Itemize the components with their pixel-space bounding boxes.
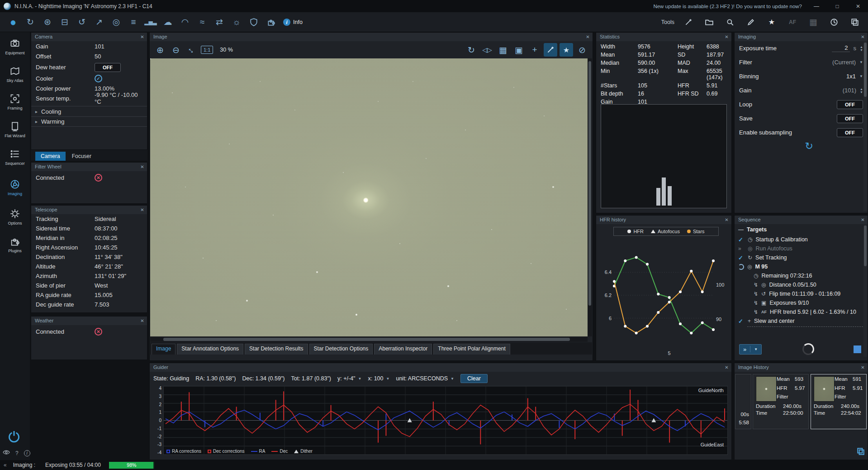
sidebar-item-imaging[interactable]: Imaging [0,176,30,199]
tab-star-detection-options[interactable]: Star Detection Options [309,344,373,355]
close-icon[interactable]: ✕ [139,34,146,40]
tab-focuser[interactable]: Focuser [66,152,97,161]
one-to-one-zoom-button[interactable]: 1:1 [201,46,213,54]
sequence-item-set-tracking[interactable]: ✓ ↻ Set Tracking [735,253,868,262]
x-scale-dropdown[interactable]: x: 100▼ [368,375,389,382]
sequence-item-m95[interactable]: ◎ M 95 [735,262,868,271]
save-toggle[interactable]: OFF [837,114,863,123]
layout-layers-icon[interactable] [848,15,862,29]
tab-camera[interactable]: Camera [35,152,66,161]
no-annotation-icon[interactable]: ⊘ [575,43,589,57]
exposure-time-input[interactable]: 2 [832,44,850,52]
close-icon[interactable]: ✕ [139,163,146,170]
telescope-slew-icon[interactable]: ↗ [92,15,106,29]
sidebar-item-framing[interactable]: Framing [0,91,30,113]
rotate-image-icon[interactable]: ↻ [465,43,478,57]
close-icon[interactable]: ✕ [852,3,864,10]
info-button[interactable]: i Info [283,19,303,26]
about-info-icon[interactable]: i [24,450,30,456]
pencil-icon[interactable] [744,15,758,29]
gain-stepper[interactable]: ▲▼ [860,87,863,94]
history-thumbnail[interactable] [756,376,777,402]
search-icon[interactable] [723,15,737,29]
list-panel-icon[interactable]: ≡ [127,15,140,29]
dew-heater-toggle[interactable]: OFF [95,63,121,72]
maximize-icon[interactable]: □ [831,3,844,10]
update-notice-link[interactable]: New update is available (2.3 HF2 )! Do y… [653,4,802,9]
sync-icon[interactable]: ↻ [24,15,37,29]
show-grid-icon[interactable]: ▦ [496,43,510,57]
chart-panel-icon[interactable]: ≈ [195,15,209,29]
start-capture-icon[interactable]: ↻ [805,140,813,152]
close-icon[interactable]: ✕ [859,216,866,223]
sequence-scrollbar[interactable] [863,225,867,357]
fit-to-screen-icon[interactable]: ↔ [182,40,201,59]
flat-light-icon[interactable]: ☼ [230,15,243,29]
folder-icon[interactable] [702,15,716,29]
histogram-panel-icon[interactable]: ▂▅▃ [144,15,157,29]
sidebar-item-sequencer[interactable]: Sequencer [0,146,30,168]
close-icon[interactable]: ✕ [723,364,730,371]
subsampling-toggle[interactable]: OFF [837,128,863,137]
gain-input[interactable]: (101) [843,87,856,94]
power-icon[interactable] [7,430,22,444]
zoom-out-icon[interactable]: ⊖ [169,43,183,57]
cloud-weather-icon[interactable]: ☁ [161,15,175,29]
image-vertical-scrollbar[interactable] [588,58,592,336]
targets-expander[interactable]: — Targets [735,224,868,235]
sequence-item-slew-and-center[interactable]: ✓ + Slew and center [735,317,868,326]
zoom-in-icon[interactable]: ⊕ [153,43,167,57]
y-scale-dropdown[interactable]: y: +/-4"▼ [337,375,361,382]
switch-panel-icon[interactable]: ⇄ [213,15,226,29]
sidebar-item-flat-wizard[interactable]: Flat Wizard [0,118,30,141]
safety-shield-icon[interactable] [247,15,261,29]
history-item[interactable]: Mean 593 HFR 5.97 Filter Duration 240.00… [753,374,809,429]
clear-button[interactable]: Clear [460,374,488,383]
auto-stretch-wand-icon[interactable] [544,43,557,57]
filter-dropdown[interactable]: (Current) ▼ [832,59,863,66]
close-icon[interactable]: ✕ [139,317,146,324]
close-icon[interactable]: ✕ [139,206,146,213]
flip-image-icon[interactable]: ◁▷ [480,43,494,57]
close-icon[interactable]: ✕ [859,364,866,371]
sequence-item-run-autofocus[interactable]: » ◎ Run Autofocus [735,244,868,253]
collapse-statusbar-icon[interactable]: « [4,462,7,468]
sidebar-item-options[interactable]: Options [0,206,30,228]
reload-icon[interactable]: ↺ [75,15,89,29]
tab-aberration-inspector[interactable]: Aberration Inspector [374,344,432,355]
close-icon[interactable]: ✕ [584,34,591,40]
star-detection-icon[interactable]: ★ [560,43,573,57]
history-thumbnail[interactable] [814,376,835,402]
exposure-stepper[interactable]: ▲▼ [860,45,863,52]
history-clock-icon[interactable] [827,15,841,29]
star-favorites-icon[interactable]: ★ [765,15,778,29]
connect-all-icon[interactable]: ● [6,15,20,29]
close-icon[interactable]: ✕ [723,34,730,40]
unit-dropdown[interactable]: unit: ARCSECONDS▼ [396,375,454,382]
history-stack-icon[interactable] [857,447,865,457]
close-icon[interactable]: ✕ [859,34,866,40]
target-icon[interactable]: ◎ [109,15,123,29]
plugin-puzzle-icon[interactable] [264,15,278,29]
wand-icon[interactable] [682,15,695,29]
skip-to-end-button[interactable]: » ▼ [739,344,762,355]
sidebar-item-equipment[interactable]: Equipment [0,35,30,58]
tab-three-point-polar-alignment[interactable]: Three Point Polar Alignment [433,344,510,355]
loop-toggle[interactable]: OFF [837,100,863,109]
binning-dropdown[interactable]: 1x1 ▼ [846,73,863,80]
warming-expander[interactable]: ▸ Warming [31,116,147,127]
tab-image[interactable]: Image [152,344,175,355]
eye-icon[interactable] [3,450,10,456]
image-horizontal-scrollbar[interactable] [150,337,588,342]
globe-settings-icon[interactable]: ⊛ [41,15,54,29]
pixel-peek-icon[interactable]: ▣ [512,43,526,57]
minimize-icon[interactable]: — [810,3,823,10]
tab-star-detection-results[interactable]: Star Detection Results [245,344,308,355]
cooling-expander[interactable]: ▸ Cooling [31,106,147,116]
dome-icon[interactable]: ◠ [178,15,192,29]
close-icon[interactable]: ✕ [723,216,730,223]
panel-minimize-icon[interactable]: ⊟ [58,15,71,29]
sidebar-item-plugins[interactable]: Plugins [0,233,30,256]
stop-sequence-button[interactable] [854,345,861,353]
tab-star-annotation-options[interactable]: Star Annotation Options [177,344,243,355]
